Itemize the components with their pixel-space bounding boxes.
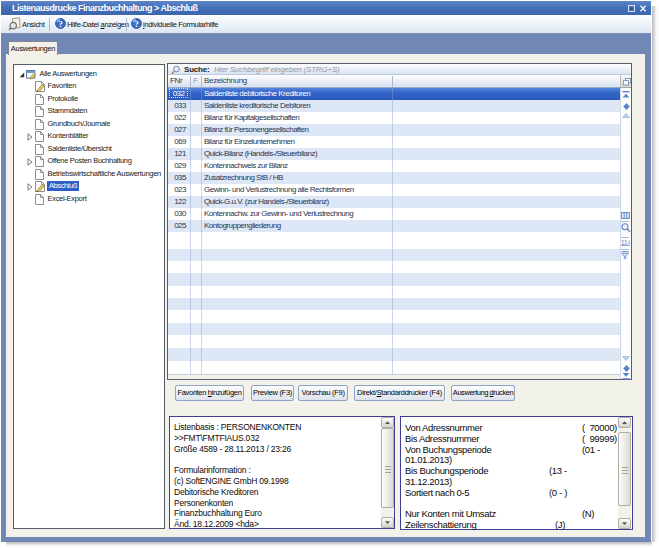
svg-text:?: ? <box>59 20 63 29</box>
svg-text:114: 114 <box>621 239 630 246</box>
svg-text:?: ? <box>135 20 139 29</box>
